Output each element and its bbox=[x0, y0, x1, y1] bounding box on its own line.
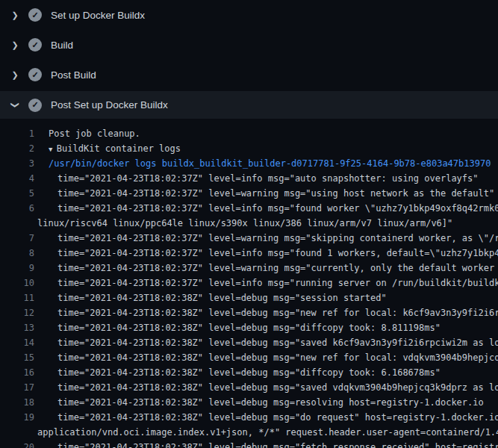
log-line-number[interactable]: 2 bbox=[0, 141, 34, 156]
log-line-number[interactable]: 13 bbox=[0, 320, 34, 335]
log-line-number[interactable]: 9 bbox=[0, 261, 34, 276]
log-line-text: time="2021-04-23T18:02:38Z" level=debug … bbox=[34, 320, 441, 335]
log-line: linux/riscv64 linux/ppc64le linux/s390x … bbox=[0, 216, 498, 231]
log-line-number bbox=[0, 216, 34, 231]
log-line-number[interactable]: 20 bbox=[0, 440, 34, 448]
log-line-number[interactable]: 16 bbox=[0, 365, 34, 380]
log-line-text: Post job cleanup. bbox=[34, 126, 140, 141]
log-line: 7 time="2021-04-23T18:02:37Z" level=warn… bbox=[0, 231, 498, 246]
log-line-text: time="2021-04-23T18:02:38Z" level=debug … bbox=[34, 350, 498, 365]
log-line-text: time="2021-04-23T18:02:37Z" level=info m… bbox=[34, 201, 498, 216]
log-line-number[interactable]: 17 bbox=[0, 380, 34, 395]
log-line: 13 time="2021-04-23T18:02:38Z" level=deb… bbox=[0, 320, 498, 335]
log-line-text: time="2021-04-23T18:02:37Z" level=warnin… bbox=[34, 186, 494, 201]
step-header-set-up-docker-buildx[interactable]: ❯ ✓ Set up Docker Buildx bbox=[0, 0, 498, 30]
log-line-text: time="2021-04-23T18:02:37Z" level=info m… bbox=[34, 171, 479, 186]
step-header-post-set-up-docker-buildx[interactable]: ❯ ✓ Post Set up Docker Buildx bbox=[0, 91, 498, 119]
log-line-number[interactable]: 1 bbox=[0, 126, 34, 141]
log-line: 6 time="2021-04-23T18:02:37Z" level=info… bbox=[0, 201, 498, 216]
log-line-number[interactable]: 15 bbox=[0, 350, 34, 365]
log-line-number[interactable]: 3 bbox=[0, 156, 34, 171]
step-header-build[interactable]: ❯ ✓ Build bbox=[0, 30, 498, 60]
log-line: 5 time="2021-04-23T18:02:37Z" level=warn… bbox=[0, 186, 498, 201]
log-line: 19 time="2021-04-23T18:02:38Z" level=deb… bbox=[0, 410, 498, 425]
log-line: 12 time="2021-04-23T18:02:38Z" level=deb… bbox=[0, 305, 498, 320]
log-line: 16 time="2021-04-23T18:02:38Z" level=deb… bbox=[0, 365, 498, 380]
step-header-post-build[interactable]: ❯ ✓ Post Build bbox=[0, 60, 498, 90]
steps-list: ❯ ✓ Set up Docker Buildx ❯ ✓ Build ❯ ✓ P… bbox=[0, 0, 498, 119]
log-line-number[interactable]: 6 bbox=[0, 201, 34, 216]
check-circle-icon: ✓ bbox=[28, 68, 42, 81]
log-line-text: time="2021-04-23T18:02:38Z" level=debug … bbox=[34, 365, 441, 380]
log-line: 17 time="2021-04-23T18:02:38Z" level=deb… bbox=[0, 380, 498, 395]
log-line-text: time="2021-04-23T18:02:38Z" level=debug … bbox=[34, 440, 498, 448]
log-line-number[interactable]: 11 bbox=[0, 290, 34, 305]
log-line: 11 time="2021-04-23T18:02:38Z" level=deb… bbox=[0, 290, 498, 305]
check-circle-icon: ✓ bbox=[28, 99, 42, 112]
chevron-icon: ❯ bbox=[10, 40, 20, 50]
step-label: Post Set up Docker Buildx bbox=[51, 99, 168, 111]
log-line-number[interactable]: 8 bbox=[0, 246, 34, 261]
log-line-number[interactable]: 5 bbox=[0, 186, 34, 201]
log-line-text: ▼ BuildKit container logs bbox=[34, 141, 181, 156]
step-label: Build bbox=[51, 40, 73, 51]
log-line-text: linux/riscv64 linux/ppc64le linux/s390x … bbox=[34, 216, 452, 231]
step-label: Set up Docker Buildx bbox=[51, 10, 145, 21]
log-line: 4 time="2021-04-23T18:02:37Z" level=info… bbox=[0, 171, 498, 186]
log-line: 18 time="2021-04-23T18:02:38Z" level=deb… bbox=[0, 395, 498, 410]
log-line: 3 /usr/bin/docker logs buildx_buildkit_b… bbox=[0, 156, 498, 171]
log-line-text: time="2021-04-23T18:02:38Z" level=debug … bbox=[34, 395, 484, 410]
log-lines-container: 1 Post job cleanup. 2 ▼ BuildKit contain… bbox=[0, 119, 498, 448]
chevron-icon: ❯ bbox=[10, 10, 20, 20]
log-line-text: time="2021-04-23T18:02:38Z" level=debug … bbox=[34, 335, 498, 350]
log-line: application/vnd.oci.image.index.v1+json,… bbox=[0, 425, 498, 440]
check-circle-icon: ✓ bbox=[28, 38, 42, 52]
group-collapse-triangle-icon[interactable]: ▼ bbox=[49, 146, 57, 153]
log-line-number[interactable]: 4 bbox=[0, 171, 34, 186]
log-line-number[interactable]: 14 bbox=[0, 335, 34, 350]
log-line-number[interactable]: 12 bbox=[0, 305, 34, 320]
log-line-number bbox=[0, 425, 34, 440]
log-line-text: time="2021-04-23T18:02:38Z" level=debug … bbox=[34, 290, 387, 305]
step-label: Post Build bbox=[51, 69, 96, 81]
log-line-text: time="2021-04-23T18:02:37Z" level=warnin… bbox=[34, 261, 498, 276]
log-line-number[interactable]: 19 bbox=[0, 410, 34, 425]
log-line: 2 ▼ BuildKit container logs bbox=[0, 141, 498, 156]
chevron-icon: ❯ bbox=[10, 100, 20, 111]
log-line-number[interactable]: 10 bbox=[0, 276, 34, 290]
log-line-text: time="2021-04-23T18:02:38Z" level=debug … bbox=[34, 410, 498, 425]
log-line: 15 time="2021-04-23T18:02:38Z" level=deb… bbox=[0, 350, 498, 365]
log-line: 10 time="2021-04-23T18:02:37Z" level=inf… bbox=[0, 276, 498, 290]
log-line-text: time="2021-04-23T18:02:37Z" level=warnin… bbox=[34, 231, 498, 246]
log-line-text: /usr/bin/docker logs buildx_buildkit_bui… bbox=[34, 156, 491, 171]
log-line-number[interactable]: 7 bbox=[0, 231, 34, 246]
check-circle-icon: ✓ bbox=[28, 8, 42, 22]
log-line-text: application/vnd.oci.image.index.v1+json,… bbox=[34, 425, 498, 440]
log-line: 14 time="2021-04-23T18:02:38Z" level=deb… bbox=[0, 335, 498, 350]
chevron-icon: ❯ bbox=[10, 70, 20, 80]
log-line: 8 time="2021-04-23T18:02:37Z" level=info… bbox=[0, 246, 498, 261]
log-line-text: time="2021-04-23T18:02:38Z" level=debug … bbox=[34, 380, 498, 395]
log-line-text: time="2021-04-23T18:02:38Z" level=debug … bbox=[34, 305, 498, 320]
log-line-number[interactable]: 18 bbox=[0, 395, 34, 410]
log-line-text: time="2021-04-23T18:02:37Z" level=info m… bbox=[34, 246, 498, 261]
log-line-text: time="2021-04-23T18:02:37Z" level=info m… bbox=[34, 276, 498, 290]
log-line: 1 Post job cleanup. bbox=[0, 126, 498, 141]
log-line: 9 time="2021-04-23T18:02:37Z" level=warn… bbox=[0, 261, 498, 276]
log-line: 20 time="2021-04-23T18:02:38Z" level=deb… bbox=[0, 440, 498, 448]
